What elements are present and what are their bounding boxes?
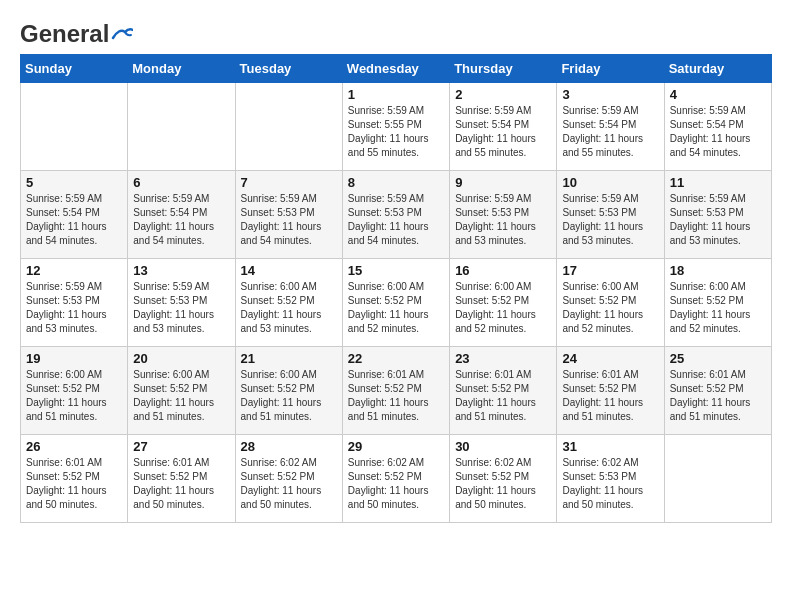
day-header-wednesday: Wednesday: [342, 55, 449, 83]
calendar-cell: 3Sunrise: 5:59 AM Sunset: 5:54 PM Daylig…: [557, 83, 664, 171]
day-number: 2: [455, 87, 551, 102]
day-number: 18: [670, 263, 766, 278]
day-number: 3: [562, 87, 658, 102]
day-number: 28: [241, 439, 337, 454]
day-number: 22: [348, 351, 444, 366]
day-info: Sunrise: 5:59 AM Sunset: 5:54 PM Dayligh…: [133, 192, 229, 248]
logo-general: General: [20, 20, 109, 48]
day-number: 19: [26, 351, 122, 366]
day-info: Sunrise: 6:01 AM Sunset: 5:52 PM Dayligh…: [455, 368, 551, 424]
day-info: Sunrise: 6:00 AM Sunset: 5:52 PM Dayligh…: [26, 368, 122, 424]
day-info: Sunrise: 6:02 AM Sunset: 5:53 PM Dayligh…: [562, 456, 658, 512]
calendar-cell: 11Sunrise: 5:59 AM Sunset: 5:53 PM Dayli…: [664, 171, 771, 259]
calendar-cell: 25Sunrise: 6:01 AM Sunset: 5:52 PM Dayli…: [664, 347, 771, 435]
day-number: 31: [562, 439, 658, 454]
day-info: Sunrise: 6:00 AM Sunset: 5:52 PM Dayligh…: [241, 280, 337, 336]
day-header-monday: Monday: [128, 55, 235, 83]
calendar-cell: 9Sunrise: 5:59 AM Sunset: 5:53 PM Daylig…: [450, 171, 557, 259]
day-number: 5: [26, 175, 122, 190]
day-number: 13: [133, 263, 229, 278]
calendar-week-row: 26Sunrise: 6:01 AM Sunset: 5:52 PM Dayli…: [21, 435, 772, 523]
day-info: Sunrise: 6:00 AM Sunset: 5:52 PM Dayligh…: [241, 368, 337, 424]
logo: General: [20, 20, 133, 44]
day-info: Sunrise: 5:59 AM Sunset: 5:53 PM Dayligh…: [670, 192, 766, 248]
day-number: 7: [241, 175, 337, 190]
day-number: 8: [348, 175, 444, 190]
day-info: Sunrise: 6:00 AM Sunset: 5:52 PM Dayligh…: [562, 280, 658, 336]
day-number: 17: [562, 263, 658, 278]
day-number: 29: [348, 439, 444, 454]
day-info: Sunrise: 6:00 AM Sunset: 5:52 PM Dayligh…: [455, 280, 551, 336]
day-number: 23: [455, 351, 551, 366]
calendar-cell: 7Sunrise: 5:59 AM Sunset: 5:53 PM Daylig…: [235, 171, 342, 259]
day-number: 26: [26, 439, 122, 454]
calendar-cell: 21Sunrise: 6:00 AM Sunset: 5:52 PM Dayli…: [235, 347, 342, 435]
logo-bird-icon: [111, 26, 133, 42]
day-info: Sunrise: 6:01 AM Sunset: 5:52 PM Dayligh…: [562, 368, 658, 424]
day-info: Sunrise: 5:59 AM Sunset: 5:54 PM Dayligh…: [670, 104, 766, 160]
calendar-week-row: 12Sunrise: 5:59 AM Sunset: 5:53 PM Dayli…: [21, 259, 772, 347]
day-info: Sunrise: 6:01 AM Sunset: 5:52 PM Dayligh…: [348, 368, 444, 424]
day-number: 12: [26, 263, 122, 278]
calendar-cell: 26Sunrise: 6:01 AM Sunset: 5:52 PM Dayli…: [21, 435, 128, 523]
calendar-table: SundayMondayTuesdayWednesdayThursdayFrid…: [20, 54, 772, 523]
calendar-cell: 1Sunrise: 5:59 AM Sunset: 5:55 PM Daylig…: [342, 83, 449, 171]
day-number: 24: [562, 351, 658, 366]
calendar-week-row: 1Sunrise: 5:59 AM Sunset: 5:55 PM Daylig…: [21, 83, 772, 171]
day-header-saturday: Saturday: [664, 55, 771, 83]
calendar-cell: [235, 83, 342, 171]
calendar-cell: 13Sunrise: 5:59 AM Sunset: 5:53 PM Dayli…: [128, 259, 235, 347]
day-number: 9: [455, 175, 551, 190]
day-number: 27: [133, 439, 229, 454]
day-info: Sunrise: 5:59 AM Sunset: 5:54 PM Dayligh…: [562, 104, 658, 160]
calendar-cell: 29Sunrise: 6:02 AM Sunset: 5:52 PM Dayli…: [342, 435, 449, 523]
calendar-cell: 17Sunrise: 6:00 AM Sunset: 5:52 PM Dayli…: [557, 259, 664, 347]
day-info: Sunrise: 6:02 AM Sunset: 5:52 PM Dayligh…: [241, 456, 337, 512]
day-number: 30: [455, 439, 551, 454]
calendar-cell: 8Sunrise: 5:59 AM Sunset: 5:53 PM Daylig…: [342, 171, 449, 259]
day-info: Sunrise: 5:59 AM Sunset: 5:53 PM Dayligh…: [241, 192, 337, 248]
day-number: 16: [455, 263, 551, 278]
day-info: Sunrise: 5:59 AM Sunset: 5:55 PM Dayligh…: [348, 104, 444, 160]
calendar-cell: 15Sunrise: 6:00 AM Sunset: 5:52 PM Dayli…: [342, 259, 449, 347]
day-info: Sunrise: 5:59 AM Sunset: 5:53 PM Dayligh…: [455, 192, 551, 248]
day-info: Sunrise: 6:02 AM Sunset: 5:52 PM Dayligh…: [348, 456, 444, 512]
day-info: Sunrise: 5:59 AM Sunset: 5:53 PM Dayligh…: [26, 280, 122, 336]
day-info: Sunrise: 6:01 AM Sunset: 5:52 PM Dayligh…: [670, 368, 766, 424]
calendar-cell: 18Sunrise: 6:00 AM Sunset: 5:52 PM Dayli…: [664, 259, 771, 347]
day-number: 6: [133, 175, 229, 190]
calendar-week-row: 5Sunrise: 5:59 AM Sunset: 5:54 PM Daylig…: [21, 171, 772, 259]
calendar-header-row: SundayMondayTuesdayWednesdayThursdayFrid…: [21, 55, 772, 83]
calendar-cell: 2Sunrise: 5:59 AM Sunset: 5:54 PM Daylig…: [450, 83, 557, 171]
calendar-cell: 24Sunrise: 6:01 AM Sunset: 5:52 PM Dayli…: [557, 347, 664, 435]
day-header-tuesday: Tuesday: [235, 55, 342, 83]
day-number: 20: [133, 351, 229, 366]
calendar-cell: 30Sunrise: 6:02 AM Sunset: 5:52 PM Dayli…: [450, 435, 557, 523]
day-info: Sunrise: 5:59 AM Sunset: 5:54 PM Dayligh…: [455, 104, 551, 160]
day-info: Sunrise: 6:02 AM Sunset: 5:52 PM Dayligh…: [455, 456, 551, 512]
day-number: 10: [562, 175, 658, 190]
calendar-cell: 14Sunrise: 6:00 AM Sunset: 5:52 PM Dayli…: [235, 259, 342, 347]
calendar-cell: [664, 435, 771, 523]
calendar-cell: 16Sunrise: 6:00 AM Sunset: 5:52 PM Dayli…: [450, 259, 557, 347]
day-info: Sunrise: 6:00 AM Sunset: 5:52 PM Dayligh…: [133, 368, 229, 424]
day-info: Sunrise: 6:01 AM Sunset: 5:52 PM Dayligh…: [26, 456, 122, 512]
day-info: Sunrise: 5:59 AM Sunset: 5:53 PM Dayligh…: [348, 192, 444, 248]
calendar-cell: 28Sunrise: 6:02 AM Sunset: 5:52 PM Dayli…: [235, 435, 342, 523]
day-number: 14: [241, 263, 337, 278]
day-info: Sunrise: 6:01 AM Sunset: 5:52 PM Dayligh…: [133, 456, 229, 512]
day-header-sunday: Sunday: [21, 55, 128, 83]
calendar-cell: 20Sunrise: 6:00 AM Sunset: 5:52 PM Dayli…: [128, 347, 235, 435]
day-info: Sunrise: 6:00 AM Sunset: 5:52 PM Dayligh…: [348, 280, 444, 336]
day-number: 4: [670, 87, 766, 102]
calendar-cell: 31Sunrise: 6:02 AM Sunset: 5:53 PM Dayli…: [557, 435, 664, 523]
page-header: General: [20, 20, 772, 44]
day-header-thursday: Thursday: [450, 55, 557, 83]
calendar-cell: [128, 83, 235, 171]
calendar-cell: 10Sunrise: 5:59 AM Sunset: 5:53 PM Dayli…: [557, 171, 664, 259]
calendar-cell: 6Sunrise: 5:59 AM Sunset: 5:54 PM Daylig…: [128, 171, 235, 259]
day-number: 25: [670, 351, 766, 366]
day-info: Sunrise: 5:59 AM Sunset: 5:54 PM Dayligh…: [26, 192, 122, 248]
day-number: 1: [348, 87, 444, 102]
calendar-cell: 4Sunrise: 5:59 AM Sunset: 5:54 PM Daylig…: [664, 83, 771, 171]
